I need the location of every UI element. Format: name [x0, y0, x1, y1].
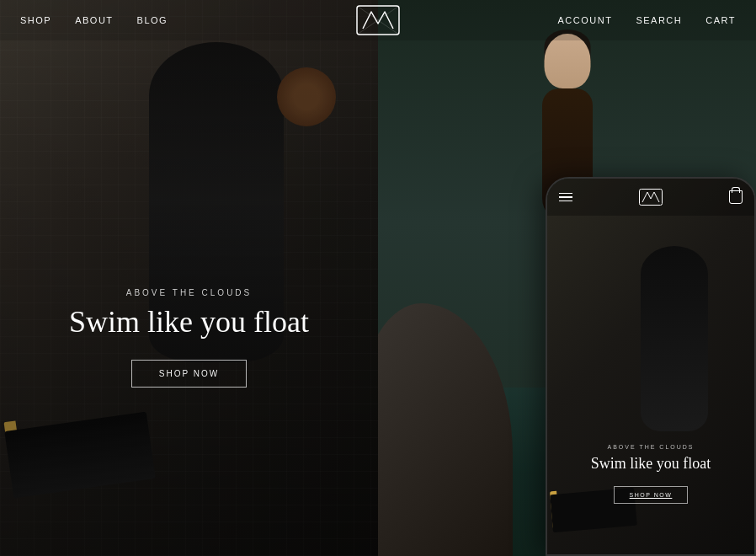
phone-cart-icon[interactable] — [729, 190, 743, 204]
model-head — [544, 34, 590, 88]
nav-search[interactable]: SEARCH — [636, 15, 682, 25]
nav-blog[interactable]: BLOG — [137, 15, 168, 25]
phone-subtitle-text: ABOVE THE CLOUDS — [547, 444, 754, 450]
phone-shop-now-button[interactable]: SHOP NOW — [614, 486, 689, 504]
svg-rect-3 — [640, 190, 663, 206]
nav-about[interactable]: ABOUT — [75, 15, 113, 25]
site-header: SHOP ABOUT BLOG ACCOUNT SEARCH CART — [0, 0, 756, 40]
menu-line-2 — [559, 196, 572, 198]
phone-screen: ABOVE THE CLOUDS Swim like you float SHO… — [547, 179, 754, 554]
phone-content: ABOVE THE CLOUDS Swim like you float SHO… — [547, 444, 754, 504]
brand-logo[interactable] — [353, 3, 403, 37]
left-content: ABOVE THE CLOUDS Swim like you float SHO… — [0, 288, 378, 388]
left-panel: ABOVE THE CLOUDS Swim like you float SHO… — [0, 0, 378, 556]
main-container: SHOP ABOUT BLOG ACCOUNT SEARCH CART — [0, 0, 756, 556]
nav-shop[interactable]: SHOP — [20, 15, 51, 25]
left-overlay — [0, 0, 378, 556]
left-subtitle: ABOVE THE CLOUDS — [0, 288, 378, 297]
phone-swimsuit-shape — [641, 246, 708, 431]
nav-left: SHOP ABOUT BLOG — [20, 15, 168, 25]
phone-logo — [639, 189, 663, 206]
nav-cart[interactable]: CART — [705, 15, 736, 25]
phone-header-bar — [547, 179, 754, 216]
menu-line-3 — [559, 200, 572, 202]
nav-account[interactable]: ACCOUNT — [558, 15, 613, 25]
nav-right: ACCOUNT SEARCH CART — [558, 15, 736, 25]
phone-mockup: ABOVE THE CLOUDS Swim like you float SHO… — [546, 177, 756, 556]
right-panel: ABOVE THE CLOUDS Swim like you float SHO… — [378, 0, 756, 556]
phone-main-title: Swim like you float — [547, 455, 754, 473]
left-main-title: Swim like you float — [0, 306, 378, 339]
phone-menu-icon[interactable] — [559, 193, 572, 202]
menu-line-1 — [559, 193, 572, 195]
left-shop-now-button[interactable]: SHOP NOW — [131, 360, 247, 388]
